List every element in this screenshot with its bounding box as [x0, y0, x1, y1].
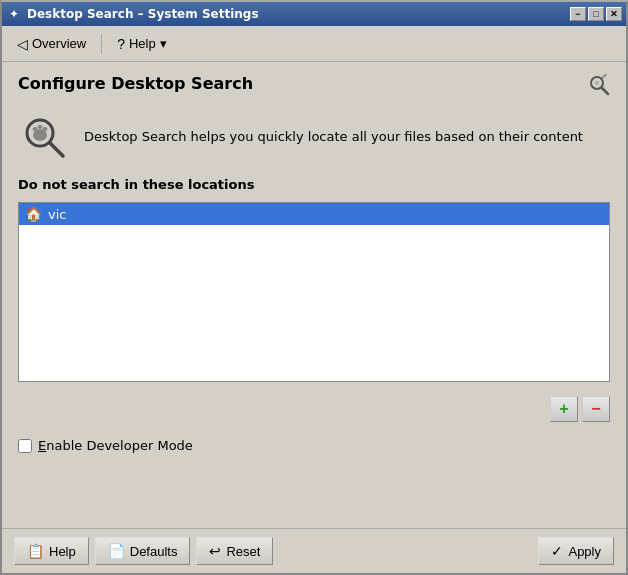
help-icon: ? [117, 36, 125, 52]
configure-icon [588, 74, 610, 101]
titlebar-title: Desktop Search – System Settings [27, 7, 259, 21]
svg-point-2 [595, 81, 599, 85]
titlebar-buttons: − □ ✕ [570, 7, 622, 21]
maximize-button[interactable]: □ [588, 7, 604, 21]
svg-line-5 [50, 143, 63, 156]
reset-icon: ↩ [209, 543, 221, 559]
developer-mode-row: Enable Developer Mode [18, 438, 610, 453]
titlebar-left: ✦ Desktop Search – System Settings [6, 6, 259, 22]
svg-line-1 [602, 88, 609, 95]
svg-point-7 [33, 127, 38, 131]
remove-location-button[interactable]: − [582, 396, 610, 422]
reset-label: Reset [226, 544, 260, 559]
list-item-name: vic [48, 207, 66, 222]
list-buttons: + − [18, 396, 610, 422]
section-title: Configure Desktop Search [18, 74, 253, 93]
close-button[interactable]: ✕ [606, 7, 622, 21]
app-icon [18, 111, 70, 163]
titlebar-icon: ✦ [6, 6, 22, 22]
overview-label: Overview [32, 36, 86, 51]
defaults-label: Defaults [130, 544, 178, 559]
help-bottom-icon: 📋 [27, 543, 44, 559]
developer-mode-label[interactable]: Enable Developer Mode [38, 438, 193, 453]
apply-icon: ✓ [551, 543, 563, 559]
list-item[interactable]: 🏠 vic [19, 203, 609, 225]
apply-label: Apply [568, 544, 601, 559]
add-location-button[interactable]: + [550, 396, 578, 422]
help-bottom-label: Help [49, 544, 76, 559]
minimize-button[interactable]: − [570, 7, 586, 21]
back-icon: ◁ [17, 36, 28, 52]
help-arrow-icon: ▾ [160, 36, 167, 51]
home-icon: 🏠 [25, 206, 42, 222]
help-label: Help [129, 36, 156, 51]
svg-point-8 [38, 125, 43, 129]
defaults-button[interactable]: 📄 Defaults [95, 537, 191, 565]
apply-button[interactable]: ✓ Apply [538, 537, 614, 565]
toolbar-separator [101, 34, 102, 54]
reset-button[interactable]: ↩ Reset [196, 537, 273, 565]
bottom-bar: 📋 Help 📄 Defaults ↩ Reset ✓ Apply [2, 528, 626, 573]
overview-button[interactable]: ◁ Overview [10, 32, 93, 56]
titlebar: ✦ Desktop Search – System Settings − □ ✕ [2, 2, 626, 26]
main-window: ✦ Desktop Search – System Settings − □ ✕… [0, 0, 628, 575]
exclude-label: Do not search in these locations [18, 177, 610, 192]
enable-developer-mode-checkbox[interactable] [18, 439, 32, 453]
help-button[interactable]: ? Help ▾ [110, 32, 174, 56]
content-area: Configure Desktop Search [2, 62, 626, 528]
bottom-left-buttons: 📋 Help 📄 Defaults ↩ Reset [14, 537, 273, 565]
help-button-bottom[interactable]: 📋 Help [14, 537, 89, 565]
defaults-icon: 📄 [108, 543, 125, 559]
description-text: Desktop Search helps you quickly locate … [84, 128, 583, 146]
toolbar: ◁ Overview ? Help ▾ [2, 26, 626, 62]
description-row: Desktop Search helps you quickly locate … [18, 111, 610, 163]
svg-line-3 [602, 75, 606, 79]
svg-point-9 [43, 127, 48, 131]
exclude-list[interactable]: 🏠 vic [18, 202, 610, 382]
section-header: Configure Desktop Search [18, 74, 610, 101]
